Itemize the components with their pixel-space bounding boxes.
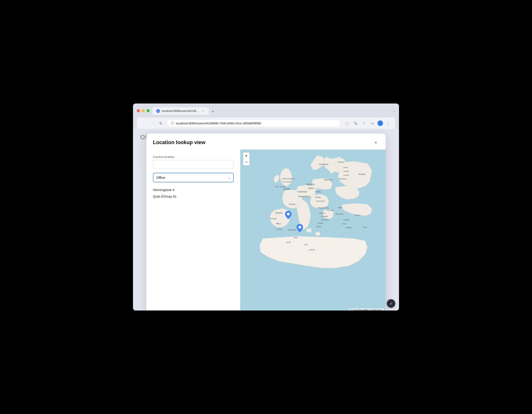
zoom-out-button[interactable]: − <box>243 159 250 165</box>
svg-text:Great Britain: Great Britain <box>282 181 291 183</box>
screenshot-icon[interactable]: ⬚ <box>344 120 350 126</box>
url-bar[interactable]: ⓘ localhost:8080/users/44106990-7430-e59… <box>167 119 341 127</box>
window-menu-button[interactable]: ⌄ <box>393 109 395 113</box>
map-panel: Stockholm Helsinki Eesti Latvija Lietuva… <box>240 150 386 310</box>
svg-text:Nederland: Nederland <box>298 191 307 193</box>
svg-point-48 <box>287 213 290 215</box>
svg-text:Česko: Česko <box>315 196 321 199</box>
svg-text:Éire / Ireland: Éire / Ireland <box>276 186 286 188</box>
floating-action-icon: ✓ <box>390 301 393 306</box>
list-item[interactable]: Quai d'Orsay 81 <box>153 194 234 199</box>
maximize-window-button[interactable] <box>147 109 150 112</box>
new-tab-button[interactable]: + <box>210 108 216 115</box>
tab-close-button[interactable]: × <box>201 109 205 113</box>
tab-favicon: ● <box>156 109 160 113</box>
svg-text:Türkiye: Türkiye <box>354 214 360 216</box>
list-item[interactable]: Herrengasse 4 <box>153 187 234 193</box>
modal-title: Location lookup view <box>153 139 206 145</box>
svg-text:تونس: تونس <box>304 243 308 245</box>
svg-text:Київ: Київ <box>338 207 342 209</box>
svg-text:España: España <box>276 212 282 214</box>
svg-text:Antalya: Antalya <box>346 226 352 229</box>
svg-text:Беларусь: Беларусь <box>339 178 347 180</box>
toolbar-icons: ⬚ 🔍 ☆ ▭ 👤 ⋮ <box>344 120 391 126</box>
map-attribution: © OpenStreetMap contributors. <box>349 308 384 310</box>
svg-text:Danmark: Danmark <box>324 179 332 181</box>
svg-text:سوريا: سوريا <box>363 226 367 228</box>
svg-text:Polska: Polska <box>315 191 321 193</box>
current-location-label: Current location <box>153 155 234 159</box>
svg-point-46 <box>310 188 311 189</box>
svg-text:Stockholm: Stockholm <box>319 163 329 165</box>
map-pin-2[interactable] <box>296 224 303 233</box>
svg-text:Скопје: Скопје <box>317 222 323 224</box>
svg-text:İzmir: İzmir <box>342 223 346 225</box>
zoom-in-button[interactable]: + <box>243 152 250 159</box>
pin-2-icon <box>296 224 303 232</box>
svg-text:İstanbul: İstanbul <box>344 219 350 221</box>
floating-action-button[interactable]: ✓ <box>387 299 395 308</box>
active-tab[interactable]: ● localhost:8080/users/441065... × <box>152 107 209 115</box>
url-text: localhost:8080/users/44106990-7430-e590-… <box>176 122 337 125</box>
svg-text:România: România <box>321 215 328 217</box>
nav-buttons: ← → ↻ <box>141 120 164 126</box>
svg-text:Berlin: Berlin <box>308 187 314 189</box>
reload-button[interactable]: ↻ <box>157 120 164 126</box>
svg-text:Deutschland: Deutschland <box>298 195 310 198</box>
forward-button[interactable]: → <box>149 120 155 126</box>
left-panel: Current location Office Home Other ⌄ <box>146 150 240 310</box>
svg-text:Helsinki: Helsinki <box>338 161 344 163</box>
svg-text:Portugal: Portugal <box>270 218 276 220</box>
svg-text:France: France <box>289 203 295 205</box>
svg-text:United Kingdom: United Kingdom <box>282 178 294 180</box>
location-type-select-wrapper: Office Home Other ⌄ <box>153 173 234 182</box>
svg-text:Magyarország: Magyarország <box>317 207 329 209</box>
map-pin-1[interactable] <box>285 211 292 220</box>
profile-icon[interactable]: 👤 <box>377 120 383 126</box>
traffic-lights <box>137 109 150 113</box>
modal-overlay: Location lookup view × Current location <box>133 129 399 310</box>
map-container[interactable]: Stockholm Helsinki Eesti Latvija Lietuva… <box>240 150 386 310</box>
map-controls: + − <box>243 152 250 165</box>
svg-text:Eesti: Eesti <box>344 166 348 169</box>
svg-text:طرابلس: طرابلس <box>308 249 315 251</box>
menu-icon[interactable]: ⋮ <box>385 120 391 126</box>
back-button[interactable]: ← <box>141 120 147 126</box>
modal-body: Current location Office Home Other ⌄ <box>146 150 386 310</box>
zoom-icon[interactable]: 🔍 <box>352 120 359 126</box>
svg-point-49 <box>298 226 301 229</box>
current-location-field: Current location <box>153 155 234 169</box>
svg-text:اوطب٩: اوطب٩ <box>276 228 282 230</box>
svg-text:Latvija: Latvija <box>344 170 349 172</box>
address-bar: ← → ↻ ⓘ localhost:8080/users/44106990-74… <box>137 118 395 129</box>
svg-text:България: България <box>321 219 329 221</box>
security-icon: ⓘ <box>171 121 174 125</box>
current-location-input[interactable] <box>153 160 234 169</box>
pin-1-icon <box>285 211 292 219</box>
modal-close-button[interactable]: × <box>372 139 379 146</box>
svg-point-45 <box>307 183 308 184</box>
svg-text:Москва: Москва <box>358 173 365 175</box>
title-bar: ● localhost:8080/users/441065... × + ⌄ ←… <box>133 104 399 129</box>
tab-title: localhost:8080/users/441065... <box>162 109 200 113</box>
svg-point-44 <box>284 188 285 189</box>
minimize-window-button[interactable] <box>142 109 145 112</box>
page-content: Office › › › Location lookup view × Curr… <box>133 129 399 310</box>
location-lookup-modal: Location lookup view × Current location <box>146 134 386 310</box>
browser-window: ● localhost:8080/users/441065... × + ⌄ ←… <box>133 104 399 310</box>
svg-text:Barcelona: Barcelona <box>288 229 296 231</box>
svg-text:Slovensko: Slovensko <box>316 200 325 202</box>
sidebar-icon[interactable]: ▭ <box>369 120 376 126</box>
location-list: Herrengasse 4 Quai d'Orsay 81 <box>153 187 234 199</box>
svg-text:Lietuva: Lietuva <box>343 174 349 176</box>
svg-point-47 <box>277 222 278 223</box>
svg-text:الجزائر: الجزائر <box>285 241 291 243</box>
modal-header: Location lookup view × <box>146 134 386 150</box>
svg-text:Chișinău: Chișinău <box>326 209 333 211</box>
bookmark-icon[interactable]: ☆ <box>361 120 367 126</box>
close-window-button[interactable] <box>137 109 140 112</box>
svg-text:Ελλάς: Ελλάς <box>316 226 321 228</box>
svg-text:Alger: Alger <box>294 236 298 239</box>
location-type-select[interactable]: Office Home Other <box>153 173 234 182</box>
tab-bar: ● localhost:8080/users/441065... × + <box>152 107 216 115</box>
